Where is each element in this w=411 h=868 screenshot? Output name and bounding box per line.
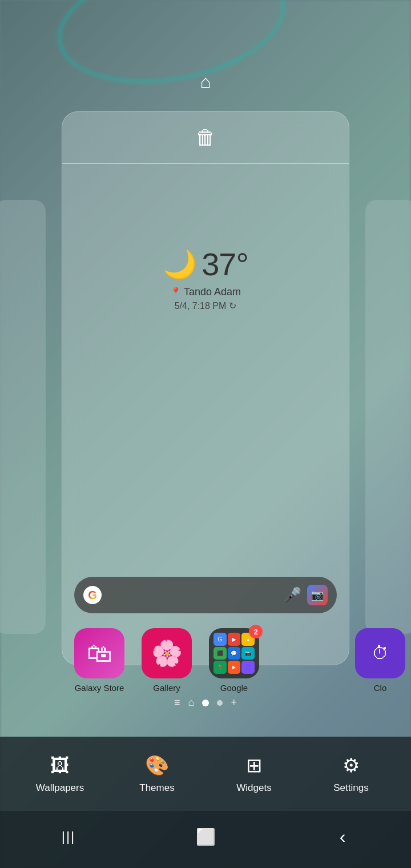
right-card-preview: [365, 200, 411, 634]
left-card-preview: [0, 200, 46, 634]
galaxy-store-icon: 🛍: [74, 628, 124, 678]
recents-button[interactable]: |||: [51, 819, 86, 854]
lens-search-icon[interactable]: 📷: [307, 585, 328, 605]
bottom-toolbar: 🖼 Wallpapers 🎨 Themes ⊞ Widgets ⚙ Settin…: [0, 737, 411, 811]
home-screen-icon: ⌂: [200, 71, 211, 93]
toolbar-widgets[interactable]: ⊞ Widgets: [206, 754, 303, 794]
card-divider: [62, 163, 349, 164]
home-nav-icon: ⬜: [196, 827, 216, 846]
weather-temperature: 37°: [202, 246, 248, 283]
google-folder-badge: 2: [249, 625, 263, 638]
clipped-app-icon: ⏱: [355, 628, 405, 678]
wallpapers-icon: 🖼: [50, 754, 70, 777]
gallery-icon: 🌸: [142, 628, 192, 678]
weather-location-text: Tando Adam: [184, 286, 241, 298]
toolbar-wallpapers[interactable]: 🖼 Wallpapers: [11, 754, 108, 794]
indicator-menu: ≡: [174, 697, 180, 709]
settings-label: Settings: [333, 782, 368, 794]
indicator-add: +: [231, 697, 237, 709]
voice-search-icon[interactable]: 🎤: [283, 586, 301, 604]
back-button[interactable]: ‹: [325, 819, 360, 854]
toolbar-themes[interactable]: 🎨 Themes: [108, 754, 206, 794]
app-gallery[interactable]: 🌸 Gallery: [142, 628, 192, 693]
back-icon: ‹: [340, 826, 346, 847]
indicator-dot-active: [202, 700, 209, 706]
indicator-dot-2: [217, 700, 223, 706]
galaxy-store-label: Galaxy Store: [75, 683, 124, 693]
home-button[interactable]: ⬜: [188, 819, 223, 854]
delete-screen-icon[interactable]: 🗑: [195, 126, 216, 150]
themes-icon: 🎨: [145, 754, 169, 777]
location-pin-icon: 📍: [170, 287, 182, 298]
settings-icon: ⚙: [342, 754, 360, 777]
navigation-bar: ||| ⬜ ‹: [0, 811, 411, 868]
recents-icon: |||: [62, 829, 76, 845]
google-logo: G: [83, 586, 102, 604]
widgets-icon: ⊞: [246, 754, 262, 777]
app-google-folder[interactable]: G ▶ ▲ ⬛ 💬 📷 📍 ▶ 🎵 2 Google: [209, 628, 259, 693]
weather-refresh-icon: ↻: [229, 300, 236, 311]
app-galaxy-store[interactable]: 🛍 Galaxy Store: [74, 628, 124, 693]
google-search-bar[interactable]: G 🎤 📷: [74, 577, 337, 613]
moon-weather-icon: 🌙: [163, 248, 197, 280]
apps-dock: 🛍 Galaxy Store 🌸 Gallery G ▶ ▲ ⬛ 💬 📷 📍 ▶…: [74, 628, 337, 693]
trash-icon-area[interactable]: 🗑: [62, 112, 349, 163]
clipped-app-label: Clo: [374, 683, 387, 693]
weather-datetime: 5/4, 7:18 PM: [175, 301, 227, 311]
toolbar-settings[interactable]: ⚙ Settings: [303, 754, 400, 794]
widgets-label: Widgets: [236, 782, 271, 794]
indicator-home: ⌂: [188, 697, 195, 709]
page-indicators: ≡ ⌂ +: [0, 697, 411, 709]
app-clipped-right[interactable]: ⏱ Clo: [355, 628, 405, 693]
themes-label: Themes: [139, 782, 174, 794]
gallery-label: Gallery: [153, 683, 180, 693]
wallpapers-label: Wallpapers: [36, 782, 84, 794]
google-folder-label: Google: [220, 683, 248, 693]
weather-widget: 🌙 37° 📍 Tando Adam 5/4, 7:18 PM ↻: [62, 246, 349, 311]
